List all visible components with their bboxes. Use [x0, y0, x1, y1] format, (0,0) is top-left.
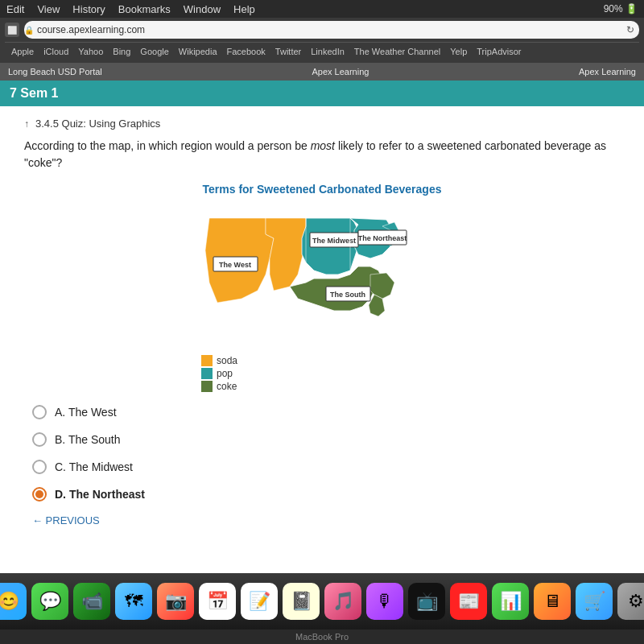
course-header: 7 Sem 1	[0, 80, 644, 106]
menu-history[interactable]: History	[72, 3, 105, 15]
svg-marker-6	[370, 273, 394, 299]
radio-d-inner	[35, 490, 43, 498]
battery-status: 90% 🔋	[604, 3, 638, 14]
map-svg: The Midwest The Northeast The West The S…	[201, 202, 443, 350]
legend-pop: pop	[201, 368, 451, 379]
dock-settings[interactable]: ⚙	[617, 583, 644, 620]
map-title: Terms for Sweetened Carbonated Beverages	[193, 183, 451, 196]
svg-text:The South: The South	[330, 291, 365, 299]
address-bar[interactable]: 🔒 course.apexlearning.com ↻	[24, 21, 639, 39]
page-layout: Edit View History Bookmarks Window Help …	[0, 0, 644, 644]
quiz-breadcrumb: 3.4.5 Quiz: Using Graphics	[35, 118, 160, 130]
bookmark-linkedin[interactable]: LinkedIn	[311, 47, 345, 56]
dock-keynote[interactable]: 🖥	[534, 583, 571, 620]
dock-music[interactable]: 🎵	[324, 583, 361, 620]
bookmark-google[interactable]: Google	[140, 47, 168, 56]
dock-news[interactable]: 📰	[450, 583, 487, 620]
answer-option-d[interactable]: D. The Northeast	[32, 487, 612, 502]
answer-option-a[interactable]: A. The West	[32, 405, 612, 419]
menu-view[interactable]: View	[37, 3, 60, 15]
portal-link[interactable]: Long Beach USD Portal	[8, 67, 102, 76]
dock-appstore[interactable]: 🛒	[576, 583, 613, 620]
svg-text:The Midwest: The Midwest	[312, 237, 356, 245]
answer-d-label: D. The Northeast	[55, 488, 145, 501]
bookmark-yelp[interactable]: Yelp	[450, 47, 467, 56]
tab-icon[interactable]: ⬜	[5, 23, 19, 37]
apex-right: Apex Learning	[579, 67, 636, 76]
menu-bookmarks[interactable]: Bookmarks	[118, 3, 171, 15]
macbook-label: MacBook Pro	[0, 630, 644, 644]
apex-bar: Long Beach USD Portal Apex Learning Apex…	[0, 63, 644, 80]
up-arrow-icon: ↑	[24, 118, 29, 130]
bookmark-twitter[interactable]: Twitter	[275, 47, 301, 56]
main-content: ↑ 3.4.5 Quiz: Using Graphics According t…	[0, 106, 644, 535]
dock-numbers[interactable]: 📊	[492, 583, 529, 620]
dock-finder[interactable]: 😊	[0, 583, 27, 620]
radio-a[interactable]	[32, 405, 47, 419]
bookmark-tripadvisor[interactable]: TripAdvisor	[477, 47, 521, 56]
soda-color-box	[201, 355, 213, 366]
dock-facetime[interactable]: 📹	[73, 583, 110, 620]
menu-help[interactable]: Help	[233, 3, 255, 15]
dock-photos[interactable]: 📷	[157, 583, 194, 620]
coke-label: coke	[217, 381, 237, 392]
menu-edit[interactable]: Edit	[6, 3, 24, 15]
coke-color-box	[201, 381, 213, 392]
bookmark-icloud[interactable]: iCloud	[43, 47, 68, 56]
radio-b[interactable]	[32, 432, 47, 447]
pop-color-box	[201, 368, 213, 379]
content-area: ↑ 3.4.5 Quiz: Using Graphics According t…	[0, 106, 644, 573]
radio-c[interactable]	[32, 460, 47, 474]
soda-label: soda	[217, 355, 237, 366]
bookmark-bing[interactable]: Bing	[113, 47, 130, 56]
dock-reminders[interactable]: 📝	[241, 583, 278, 620]
dock-maps[interactable]: 🗺	[115, 583, 152, 620]
svg-text:The Northeast: The Northeast	[358, 234, 407, 242]
answer-b-label: B. The South	[55, 433, 120, 446]
answer-a-label: A. The West	[55, 406, 117, 419]
map-legend: soda pop coke	[201, 355, 451, 392]
dock-notes[interactable]: 📓	[283, 583, 320, 620]
previous-label[interactable]: ← PREVIOUS	[32, 514, 100, 526]
dock: 🧭 😊 💬 📹 🗺 📷 📅 📝 📓 🎵 🎙 📺 📰 📊 🖥 🛒 ⚙ 🌐	[0, 573, 644, 630]
bookmark-facebook[interactable]: Facebook	[227, 47, 266, 56]
address-bar-row: ⬜ 🔒 course.apexlearning.com ↻	[5, 21, 639, 39]
bookmark-wikipedia[interactable]: Wikipedia	[179, 47, 217, 56]
legend-soda: soda	[201, 355, 451, 366]
bookmark-apple[interactable]: Apple	[11, 47, 34, 56]
browser-chrome: ⬜ 🔒 course.apexlearning.com ↻ Apple iClo…	[0, 18, 644, 63]
bookmarks-bar: Apple iCloud Yahoo Bing Google Wikipedia…	[5, 42, 639, 60]
answer-section: A. The West B. The South C. The Midwest …	[24, 405, 620, 502]
menu-window[interactable]: Window	[184, 3, 221, 15]
reload-icon[interactable]: ↻	[626, 24, 634, 35]
pop-label: pop	[217, 368, 233, 379]
svg-text:The West: The West	[219, 261, 251, 269]
apex-center: Apex Learning	[312, 67, 369, 76]
answer-option-b[interactable]: B. The South	[32, 432, 612, 447]
dock-messages[interactable]: 💬	[31, 583, 68, 620]
dock-podcasts[interactable]: 🎙	[366, 583, 403, 620]
course-title: 7 Sem 1	[10, 86, 58, 101]
dock-calendar[interactable]: 📅	[199, 583, 236, 620]
bookmark-yahoo[interactable]: Yahoo	[78, 47, 103, 56]
dock-tv[interactable]: 📺	[408, 583, 445, 620]
lock-icon: 🔒	[24, 26, 34, 35]
url-text: course.apexlearning.com	[37, 24, 145, 35]
answer-option-c[interactable]: C. The Midwest	[32, 460, 612, 474]
previous-link[interactable]: ← PREVIOUS	[24, 514, 620, 526]
answer-c-label: C. The Midwest	[55, 460, 133, 473]
question-text: According to the map, in which region wo…	[24, 138, 620, 171]
menu-bar: Edit View History Bookmarks Window Help …	[0, 0, 644, 18]
bookmark-weather[interactable]: The Weather Channel	[354, 47, 440, 56]
map-container: Terms for Sweetened Carbonated Beverages	[193, 183, 451, 392]
quiz-breadcrumb-row: ↑ 3.4.5 Quiz: Using Graphics	[24, 118, 620, 130]
radio-d[interactable]	[32, 487, 47, 502]
legend-coke: coke	[201, 381, 451, 392]
